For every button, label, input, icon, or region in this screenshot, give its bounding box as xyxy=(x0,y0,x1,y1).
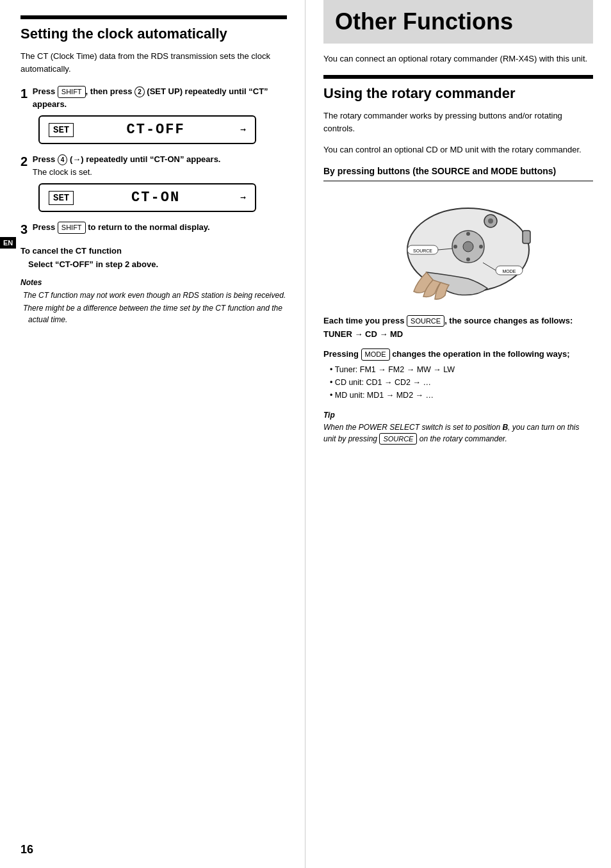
right-column: Other Functions You can connect an optio… xyxy=(306,0,611,868)
rotary-commander-svg: SOURCE MODE xyxy=(369,189,548,304)
step-3: 3 Press SHIFT to return to the normal di… xyxy=(20,221,287,237)
mode-changes-text: Pressing MODE changes the operation in t… xyxy=(323,348,593,361)
rotary-intro-1: The rotary commander works by pressing b… xyxy=(323,110,593,135)
source-changes-text: Each time you press SOURCE, the source c… xyxy=(323,315,593,327)
display-box-1: SET CT-OFF ➞ xyxy=(38,115,256,144)
mode-list: Tuner: FM1 → FM2 → MW → LW CD unit: CD1 … xyxy=(323,363,593,402)
mode-list-item-2: CD unit: CD1 → CD2 → … xyxy=(323,376,593,389)
cancel-section: To cancel the CT function Select “CT-OFF… xyxy=(20,246,287,269)
step-3-number: 3 xyxy=(20,222,28,237)
rotary-intro-2: You can control an optional CD or MD uni… xyxy=(323,143,593,156)
step-1: 1 Press SHIFT, then press 2 (SET UP) rep… xyxy=(20,85,287,144)
rotary-section-title: Using the rotary commander xyxy=(323,77,593,102)
display-arrow-1: ➞ xyxy=(240,126,246,134)
notes-title: Notes xyxy=(20,278,287,287)
svg-point-7 xyxy=(453,245,457,249)
other-functions-intro: You can connect an optional rotary comma… xyxy=(323,53,593,65)
svg-text:SOURCE: SOURCE xyxy=(413,249,432,253)
note-2: There might be a difference between the … xyxy=(20,302,287,325)
svg-point-5 xyxy=(466,232,470,236)
display-set-1: SET xyxy=(49,123,74,137)
note-1: The CT function may not work even though… xyxy=(20,290,287,301)
num4-button-label: 4 xyxy=(58,154,68,165)
en-badge: EN xyxy=(0,237,16,249)
left-intro: The CT (Clock Time) data from the RDS tr… xyxy=(20,50,287,75)
other-functions-title: Other Functions xyxy=(335,9,582,35)
svg-rect-9 xyxy=(523,231,530,243)
page: EN Setting the clock automatically The C… xyxy=(0,0,611,868)
step-2-text: Press 4 (→) repeatedly until “CT-ON” app… xyxy=(33,153,221,178)
tip-text: When the POWER SELECT switch is set to p… xyxy=(323,422,593,445)
mode-btn-label: MODE xyxy=(361,348,390,361)
svg-text:MODE: MODE xyxy=(502,269,516,274)
svg-point-2 xyxy=(488,218,493,224)
cancel-body: Select “CT-OFF” in step 2 above. xyxy=(28,259,287,269)
svg-point-6 xyxy=(466,258,470,261)
tip-title: Tip xyxy=(323,411,593,420)
svg-point-8 xyxy=(479,245,483,249)
mode-list-item-3: MD unit: MD1 → MD2 → … xyxy=(323,389,593,402)
source-btn-label: SOURCE xyxy=(407,315,444,327)
source-tip-btn: SOURCE xyxy=(379,433,417,445)
display-value-1: CT-OFF xyxy=(80,122,231,138)
cancel-title: To cancel the CT function xyxy=(20,246,287,256)
notes-section: Notes The CT function may not work even … xyxy=(20,278,287,325)
source-flow: TUNER → CD → MD xyxy=(323,329,593,339)
step-2-number: 2 xyxy=(20,154,28,169)
step-2: 2 Press 4 (→) repeatedly until “CT-ON” a… xyxy=(20,153,287,212)
step-3-text: Press SHIFT to return to the normal disp… xyxy=(33,221,210,234)
step-1-number: 1 xyxy=(20,86,28,101)
display-set-2: SET xyxy=(49,191,74,205)
svg-point-4 xyxy=(463,242,473,252)
display-box-2: SET CT-ON ➞ xyxy=(38,183,256,212)
other-functions-header: Other Functions xyxy=(323,0,593,44)
num2-button-label: 2 xyxy=(134,86,145,97)
shift-button-label-1: SHIFT xyxy=(58,86,86,98)
by-pressing-title: By pressing buttons (the SOURCE and MODE… xyxy=(323,165,593,181)
mode-list-item-1: Tuner: FM1 → FM2 → MW → LW xyxy=(323,363,593,376)
page-number: 16 xyxy=(20,843,33,856)
device-illustration: SOURCE MODE xyxy=(323,189,593,304)
left-section-title: Setting the clock automatically xyxy=(20,17,287,42)
shift-button-label-3: SHIFT xyxy=(58,222,86,234)
left-column: EN Setting the clock automatically The C… xyxy=(0,0,306,868)
display-arrow-2: ➞ xyxy=(240,193,246,202)
display-value-2: CT-ON xyxy=(80,190,231,206)
step-1-text: Press SHIFT, then press 2 (SET UP) repea… xyxy=(33,85,282,110)
